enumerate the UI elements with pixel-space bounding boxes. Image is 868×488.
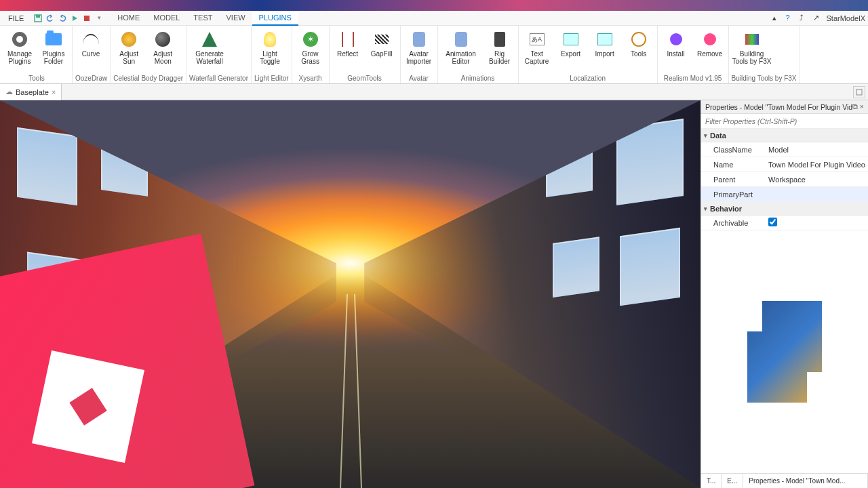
ribbon-button-import[interactable]: Import: [589, 27, 620, 58]
ribbon-group: Light ToggleLight Editor: [252, 26, 292, 83]
ribbon-button-reflect[interactable]: Reflect: [332, 27, 363, 58]
property-key: Archivable: [701, 219, 766, 227]
property-value[interactable]: Town Model For Plugin Video: [766, 161, 868, 169]
rig-icon: [490, 30, 509, 49]
menu-tab-test[interactable]: TEST: [186, 11, 219, 26]
property-section-data[interactable]: ▾Data: [701, 129, 868, 142]
popout-icon[interactable]: ⧉: [852, 102, 858, 111]
qat-dropdown-icon[interactable]: ▼: [94, 13, 104, 24]
ribbon-button-building-tools-by-f3x[interactable]: Building Tools by F3X: [732, 27, 772, 65]
globe-icon: [629, 30, 648, 49]
property-value[interactable]: Workspace: [766, 176, 868, 184]
ribbon-button-gapfill[interactable]: GapFill: [366, 27, 397, 58]
ribbon-button-label: Tools: [631, 50, 646, 58]
ribbon-group-label: Light Editor: [254, 73, 289, 83]
bottom-tab-properties[interactable]: Properties - Model "Town Mod...: [743, 474, 868, 488]
ribbon-button-install[interactable]: Install: [660, 27, 692, 58]
chevron-down-icon: ▾: [704, 205, 707, 212]
ribbon-button-plugins-folder[interactable]: Plugins Folder: [38, 27, 69, 65]
upload-icon[interactable]: ⤴: [800, 14, 809, 23]
ribbon-group: InstallRemoveRealism Mod v1.95: [658, 26, 729, 83]
properties-filter-input[interactable]: [701, 114, 868, 128]
ribbon-button-rig-builder[interactable]: Rig Builder: [484, 27, 515, 65]
f3x-icon: [743, 30, 762, 49]
property-row-classname[interactable]: ClassNameModel: [701, 142, 868, 157]
cloud-icon: ☁: [5, 87, 13, 96]
file-menu[interactable]: FILE: [3, 12, 29, 24]
ribbon-button-animation-editor[interactable]: Animation Editor: [441, 27, 481, 65]
ribbon-button-label: Install: [667, 50, 685, 58]
ribbon-button-curve[interactable]: Curve: [75, 27, 106, 58]
menu-tab-plugins[interactable]: PLUGINS: [252, 11, 298, 26]
ribbon-button-label: Export: [561, 50, 580, 58]
ribbon-button-label: Manage Plugins: [7, 50, 32, 65]
import-icon: [595, 30, 614, 49]
properties-title-text: Properties - Model "Town Model For Plugi…: [705, 103, 852, 111]
remove-icon: [701, 30, 719, 49]
property-row-name[interactable]: NameTown Model For Plugin Video: [701, 157, 868, 172]
property-row-parent[interactable]: ParentWorkspace: [701, 172, 868, 187]
ribbon-button-label: Text Capture: [525, 50, 549, 65]
ribbon-button-grow-grass[interactable]: ✶Grow Grass: [295, 27, 326, 65]
ribbon-group-label: GeomTools: [332, 73, 397, 83]
ribbon-button-label: Adjust Sun: [119, 50, 138, 65]
ribbon-button-label: Plugins Folder: [43, 50, 65, 65]
menu-tab-home[interactable]: HOME: [111, 11, 146, 26]
ribbon-group-label: Building Tools by F3X: [732, 73, 797, 83]
close-icon[interactable]: ×: [52, 88, 56, 96]
svg-rect-2: [84, 16, 90, 21]
property-checkbox[interactable]: [768, 218, 777, 226]
ribbon-group: Animation EditorRig BuilderAnimations: [438, 26, 519, 83]
window-titlebar: [0, 0, 868, 11]
redo-icon[interactable]: [57, 13, 68, 24]
avatar-icon: [410, 30, 429, 49]
ribbon-group: あAText CaptureExportImportToolsLocalizat…: [519, 26, 658, 83]
ribbon-button-label: Building Tools by F3X: [732, 50, 772, 65]
property-value[interactable]: Model: [766, 146, 868, 154]
username-label[interactable]: StarModelX: [827, 14, 865, 22]
share-icon[interactable]: ↗: [813, 14, 823, 23]
ribbon-button-label: Reflect: [337, 50, 358, 58]
ribbon-group-label: Waterfall Generator: [189, 73, 248, 83]
ribbon-button-light-toggle[interactable]: Light Toggle: [254, 27, 285, 65]
ribbon-group-label: Tools: [4, 73, 69, 83]
ribbon-group: ✶Grow GrassXysarth: [292, 26, 330, 83]
undo-icon[interactable]: [45, 13, 56, 24]
viewport-3d[interactable]: [0, 100, 701, 488]
ribbon-button-remove[interactable]: Remove: [694, 27, 726, 58]
gap-icon: [372, 30, 391, 49]
property-row-primarypart[interactable]: PrimaryPart: [701, 187, 868, 202]
property-row-archivable[interactable]: Archivable: [701, 216, 868, 230]
play-icon[interactable]: [69, 13, 80, 24]
ribbon-button-export[interactable]: Export: [555, 27, 587, 58]
property-value[interactable]: [766, 218, 868, 228]
ribbon-button-avatar-importer[interactable]: Avatar Importer: [403, 27, 435, 65]
ribbon-button-text-capture[interactable]: あAText Capture: [521, 27, 553, 65]
menu-tab-model[interactable]: MODEL: [146, 11, 186, 26]
menu-tab-view[interactable]: VIEW: [219, 11, 252, 26]
ribbon-group-label: Xysarth: [295, 73, 326, 83]
collapse-ribbon-icon[interactable]: ▴: [772, 14, 782, 23]
curve-icon: [81, 30, 100, 49]
grass-icon: ✶: [301, 30, 320, 49]
folder-icon: [44, 30, 63, 49]
ribbon-button-generate-waterfall[interactable]: Generate Waterfall: [189, 27, 230, 65]
reflect-icon: [338, 30, 357, 49]
close-panel-icon[interactable]: ×: [860, 102, 864, 111]
ribbon-group: CurveOozeDraw: [73, 26, 111, 83]
document-tab-baseplate[interactable]: ☁ Baseplate ×: [0, 84, 62, 100]
ribbon-button-adjust-sun[interactable]: Adjust Sun: [113, 27, 144, 65]
save-icon[interactable]: [33, 13, 43, 24]
bottom-tab-e[interactable]: E...: [722, 474, 743, 488]
help-icon[interactable]: ?: [786, 14, 795, 23]
bottom-tab-t[interactable]: T...: [701, 474, 722, 488]
ribbon-button-tools[interactable]: Tools: [623, 27, 654, 58]
maximize-viewport-icon[interactable]: [853, 86, 865, 98]
property-section-behavior[interactable]: ▾Behavior: [701, 202, 868, 216]
ribbon-group-label: Avatar: [403, 73, 435, 83]
ribbon-button-manage-plugins[interactable]: Manage Plugins: [4, 27, 35, 65]
properties-title-bar[interactable]: Properties - Model "Town Model For Plugi…: [701, 100, 868, 114]
ribbon-button-adjust-moon[interactable]: Adjust Moon: [147, 27, 178, 65]
stop-icon[interactable]: [81, 13, 92, 24]
property-key: Parent: [701, 176, 766, 184]
